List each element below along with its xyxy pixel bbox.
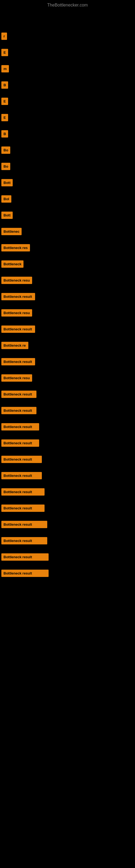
- bottleneck-result-label: r: [1, 33, 7, 40]
- list-item: Bottleneck result: [1, 484, 135, 500]
- list-item: Bottlenec: [1, 223, 135, 240]
- bottleneck-result-label: Bottleneck result: [1, 293, 35, 300]
- list-item: Bottleneck result: [1, 353, 135, 370]
- bottleneck-result-label: Bo: [1, 147, 10, 154]
- list-item: Bottleneck result: [1, 500, 135, 516]
- bottleneck-result-label: Bottleneck result: [1, 488, 45, 496]
- list-item: Bott: [1, 175, 135, 191]
- list-item: Bottleneck result: [1, 418, 135, 435]
- list-item: Bottleneck: [1, 256, 135, 272]
- list-item: Bo: [1, 158, 135, 175]
- bottleneck-result-label: Bo: [1, 163, 10, 170]
- bottleneck-result-label: Bol: [1, 195, 11, 203]
- bottleneck-result-label: Bottleneck result: [1, 407, 37, 414]
- bottleneck-result-label: Bottleneck result: [1, 472, 42, 479]
- list-item: Bott: [1, 207, 135, 223]
- bottleneck-result-label: Bottleneck result: [1, 569, 49, 577]
- bottleneck-result-label: Bottleneck result: [1, 456, 42, 463]
- list-item: Bottleneck result: [1, 386, 135, 402]
- bottleneck-result-label: Bottleneck result: [1, 358, 35, 365]
- bottleneck-result-label: B: [1, 82, 8, 89]
- bottleneck-result-label: Bottleneck result: [1, 391, 37, 398]
- bottleneck-result-label: Bottleneck result: [1, 504, 45, 512]
- bottleneck-result-label: Bott: [1, 212, 13, 219]
- list-item: [1, 12, 135, 28]
- list-item: E: [1, 44, 135, 61]
- list-item: Bottleneck result: [1, 402, 135, 418]
- list-item: Bottleneck result: [1, 288, 135, 305]
- items-container: rEmBEEBBoBoBottBolBottBottlenecBottlenec…: [0, 9, 135, 581]
- list-item: Bottleneck res: [1, 240, 135, 256]
- bottleneck-result-label: B: [1, 130, 8, 137]
- bottleneck-result-label: E: [1, 49, 8, 56]
- site-title: TheBottlenecker.com: [0, 0, 135, 9]
- bottleneck-result-label: Bottlenec: [1, 228, 21, 235]
- bottleneck-result-label: m: [1, 65, 9, 72]
- list-item: Bottleneck result: [1, 516, 135, 532]
- bottleneck-result-label: Bottleneck resu: [1, 374, 32, 382]
- list-item: E: [1, 93, 135, 109]
- bottleneck-result-label: E: [1, 98, 8, 105]
- list-item: Bol: [1, 191, 135, 207]
- list-item: Bottleneck resu: [1, 370, 135, 386]
- spacer: [1, 16, 2, 24]
- bottleneck-result-label: Bottleneck result: [1, 423, 39, 431]
- bottleneck-result-label: Bottleneck result: [1, 537, 47, 545]
- bottleneck-result-label: Bottleneck result: [1, 439, 39, 447]
- list-item: Bottleneck resu: [1, 272, 135, 288]
- list-item: Bottleneck result: [1, 435, 135, 451]
- list-item: Bottleneck result: [1, 451, 135, 467]
- bottleneck-result-label: Bottleneck re: [1, 342, 28, 349]
- list-item: Bottleneck result: [1, 321, 135, 337]
- list-item: E: [1, 109, 135, 126]
- bottleneck-result-label: Bottleneck resu: [1, 277, 32, 284]
- list-item: r: [1, 28, 135, 44]
- bottleneck-result-label: Bottleneck: [1, 260, 24, 268]
- list-item: Bottleneck result: [1, 565, 135, 581]
- list-item: B: [1, 77, 135, 93]
- bottleneck-result-label: E: [1, 114, 8, 121]
- list-item: Bo: [1, 142, 135, 158]
- bottleneck-result-label: Bottleneck result: [1, 326, 35, 333]
- bottleneck-result-label: Bottleneck result: [1, 521, 47, 528]
- list-item: Bottleneck result: [1, 467, 135, 484]
- list-item: Bottleneck result: [1, 549, 135, 565]
- list-item: Bottleneck re: [1, 337, 135, 353]
- bottleneck-result-label: Bottleneck result: [1, 553, 49, 561]
- list-item: m: [1, 61, 135, 77]
- bottleneck-result-label: Bott: [1, 179, 13, 186]
- bottleneck-result-label: Bottleneck resu: [1, 309, 32, 316]
- list-item: Bottleneck resu: [1, 305, 135, 321]
- bottleneck-result-label: Bottleneck res: [1, 244, 30, 251]
- list-item: Bottleneck result: [1, 532, 135, 549]
- list-item: B: [1, 126, 135, 142]
